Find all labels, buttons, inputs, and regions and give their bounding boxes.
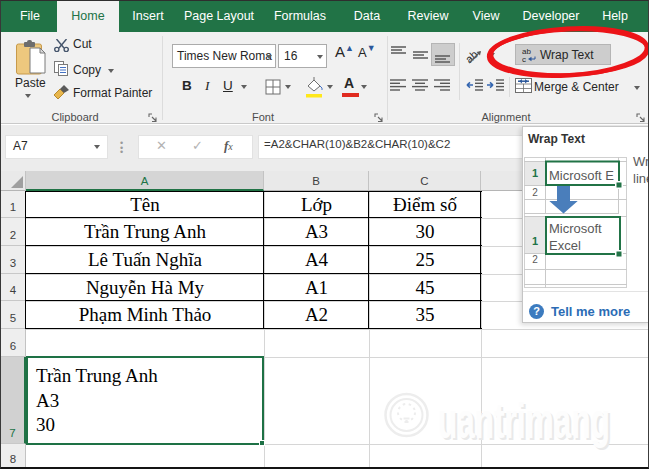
svg-text:2: 2 [532,254,538,265]
svg-text:1: 1 [532,167,538,179]
svg-text:2: 2 [532,187,538,198]
svg-text:Microsoft: Microsoft [549,221,602,236]
svg-text:ab: ab [464,48,480,65]
svg-text:c: c [522,55,526,63]
svg-text:1: 1 [532,235,538,247]
svg-text:Microsoft E: Microsoft E [549,168,614,183]
svg-text:Excel: Excel [549,238,581,253]
